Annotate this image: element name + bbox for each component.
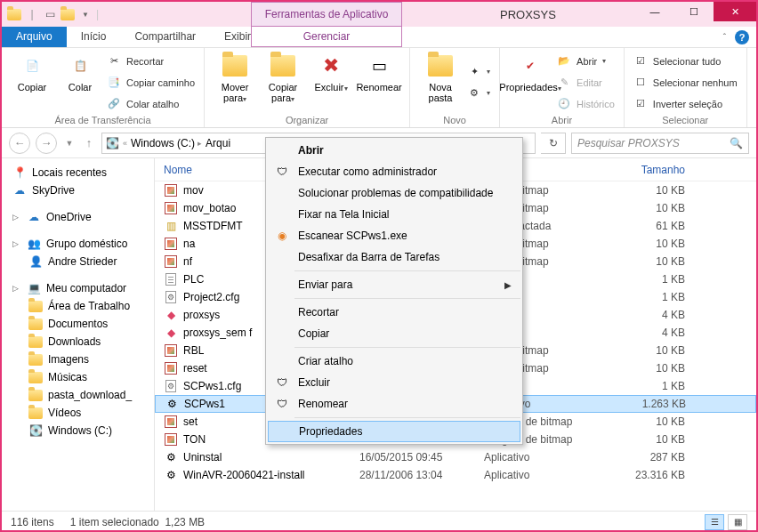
file-name: RBL — [183, 344, 204, 357]
delete-button[interactable]: ✖ Excluir▾ — [310, 52, 352, 113]
folder-icon — [28, 335, 43, 349]
submenu-arrow-icon: ▶ — [504, 280, 512, 290]
tree-desktop[interactable]: Área de Trabalho — [5, 297, 150, 315]
open-button[interactable]: 📂Abrir ▾ — [557, 52, 615, 70]
new-folder-button[interactable]: Nova pasta — [419, 52, 462, 113]
folder-icon — [28, 388, 43, 402]
file-size: 10 KB — [617, 238, 698, 250]
close-button[interactable]: ✕ — [714, 2, 756, 21]
recent-icon: 📍 — [12, 165, 27, 180]
ctx-scan[interactable]: ◉Escanear SCPws1.exe — [268, 225, 520, 246]
minimize-button[interactable]: — — [635, 2, 674, 21]
select-all-button[interactable]: ☑Selecionar tudo — [633, 52, 738, 70]
help-icon[interactable]: ? — [735, 30, 749, 44]
shortcut-icon: 🔗 — [107, 97, 121, 111]
file-row[interactable]: ⚙Uninstal16/05/2015 09:45Aplicativo287 K… — [155, 448, 756, 466]
paste-button[interactable]: 📋 Colar — [59, 52, 101, 113]
user-icon: 👤 — [28, 254, 43, 269]
cut-button[interactable]: ✂Recortar — [107, 52, 195, 70]
tree-documents[interactable]: Documentos — [5, 315, 150, 333]
properties-button[interactable]: ✔ Propriedades▾ — [509, 52, 552, 113]
paste-shortcut-button[interactable]: 🔗Colar atalho — [107, 95, 195, 113]
ctx-rename[interactable]: 🛡Renomear — [268, 393, 520, 415]
ctx-troubleshoot[interactable]: Solucionar problemas de compatibilidade — [268, 182, 520, 204]
paste-icon: 📋 — [66, 52, 94, 80]
tree-recent[interactable]: 📍Locais recentes — [5, 164, 150, 181]
file-size: 10 KB — [617, 362, 698, 375]
back-button[interactable]: ← — [9, 133, 30, 154]
up-button[interactable]: ↑ — [82, 133, 96, 154]
computer-icon: 💻 — [27, 281, 41, 295]
tree-computer[interactable]: ▷💻Meu computador — [5, 279, 150, 297]
properties-icon[interactable]: ▭ — [43, 7, 57, 21]
copy-path-button[interactable]: 📑Copiar caminho — [107, 74, 195, 92]
new-folder-icon — [426, 52, 455, 80]
tree-music[interactable]: Músicas — [5, 368, 150, 386]
tab-manage[interactable]: Gerenciar — [251, 27, 402, 47]
tree-videos[interactable]: Vídeos — [5, 404, 150, 422]
ctx-copy[interactable]: Copiar — [268, 323, 520, 344]
copy-button[interactable]: 📄 Copiar — [11, 52, 53, 113]
history-icon: 🕘 — [557, 97, 571, 111]
rename-button[interactable]: ▭ Renomear — [358, 52, 400, 113]
ctx-open[interactable]: Abrir — [268, 140, 520, 161]
file-icon — [164, 201, 178, 215]
tree-pasta[interactable]: pasta_download_ — [5, 386, 150, 404]
file-icon — [164, 432, 178, 447]
copy-to-button[interactable]: Copiar para▾ — [262, 52, 304, 113]
ctx-cut[interactable]: Recortar — [268, 302, 520, 323]
new-item-button[interactable]: ✦▾ — [467, 63, 490, 81]
new-item-icon: ✦ — [467, 65, 481, 79]
ctx-send-to[interactable]: Enviar para▶ — [268, 274, 520, 295]
recent-dropdown[interactable]: ▼ — [62, 133, 77, 154]
ctx-run-admin[interactable]: 🛡Executar como administrador — [268, 161, 520, 182]
tree-downloads[interactable]: Downloads — [5, 333, 150, 351]
search-icon: 🔍 — [730, 137, 743, 149]
tab-home[interactable]: Início — [67, 27, 121, 47]
tree-skydrive[interactable]: ☁SkyDrive — [5, 181, 150, 199]
file-name: mov_botao — [183, 202, 236, 214]
file-size: 10 KB — [617, 184, 698, 197]
breadcrumb: Windows (C:) ▸ — [131, 137, 202, 149]
invert-selection-button[interactable]: ☑Inverter seleção — [633, 95, 738, 113]
file-icon — [164, 272, 178, 286]
tab-file[interactable]: Arquivo — [2, 27, 67, 47]
file-size: 1 KB — [617, 291, 698, 303]
easy-access-button[interactable]: ⚙▾ — [467, 85, 490, 102]
ctx-unpin-taskbar[interactable]: Desafixar da Barra de Tarefas — [268, 246, 520, 268]
ctx-delete[interactable]: 🛡Excluir — [268, 372, 520, 393]
tree-user[interactable]: 👤Andre Strieder — [5, 253, 150, 270]
ribbon: 📄 Copiar 📋 Colar ✂Recortar 📑Copiar camin… — [2, 48, 756, 128]
refresh-button[interactable]: ↻ — [541, 133, 566, 154]
ctx-create-shortcut[interactable]: Criar atalho — [268, 351, 520, 372]
shield-icon: 🛡 — [275, 397, 289, 411]
folder-icon-2[interactable] — [60, 7, 75, 21]
rename-icon: ▭ — [365, 52, 393, 80]
select-none-button[interactable]: ☐Selecionar nenhum — [633, 74, 738, 92]
file-size: 4 KB — [617, 326, 698, 339]
file-size: 10 KB — [617, 433, 698, 446]
tab-share[interactable]: Compartilhar — [120, 27, 210, 47]
view-details-button[interactable]: ☰ — [705, 514, 724, 530]
file-row[interactable]: ⚙WinAVR-20060421-install28/11/2006 13:04… — [155, 466, 756, 484]
maximize-button[interactable]: ☐ — [674, 2, 714, 21]
ribbon-collapse-icon[interactable]: ˆ — [723, 33, 726, 43]
search-input[interactable]: Pesquisar PROXSYS 🔍 — [571, 133, 749, 154]
folder-icon — [28, 317, 43, 331]
folder-icon — [28, 299, 43, 313]
move-to-button[interactable]: Mover para▾ — [214, 52, 256, 113]
tree-c-drive[interactable]: 💽Windows (C:) — [5, 422, 150, 439]
ctx-properties[interactable]: Propriedades — [268, 421, 520, 442]
forward-button[interactable]: → — [36, 133, 57, 154]
ctx-pin-start[interactable]: Fixar na Tela Inicial — [268, 204, 520, 225]
tree-homegroup[interactable]: ▷👥Grupo doméstico — [5, 235, 150, 253]
col-size[interactable]: Tamanho — [617, 164, 698, 176]
group-label-organize: Organizar — [214, 113, 400, 127]
qat-dropdown-icon[interactable]: ▼ — [78, 7, 93, 21]
tree-onedrive[interactable]: ▷☁OneDrive — [5, 208, 150, 226]
group-label-open: Abrir — [509, 113, 615, 127]
folder-icon — [28, 370, 43, 384]
file-date: 16/05/2015 09:45 — [351, 451, 475, 463]
tree-images[interactable]: Imagens — [5, 351, 150, 368]
view-icons-button[interactable]: ▦ — [728, 514, 747, 530]
